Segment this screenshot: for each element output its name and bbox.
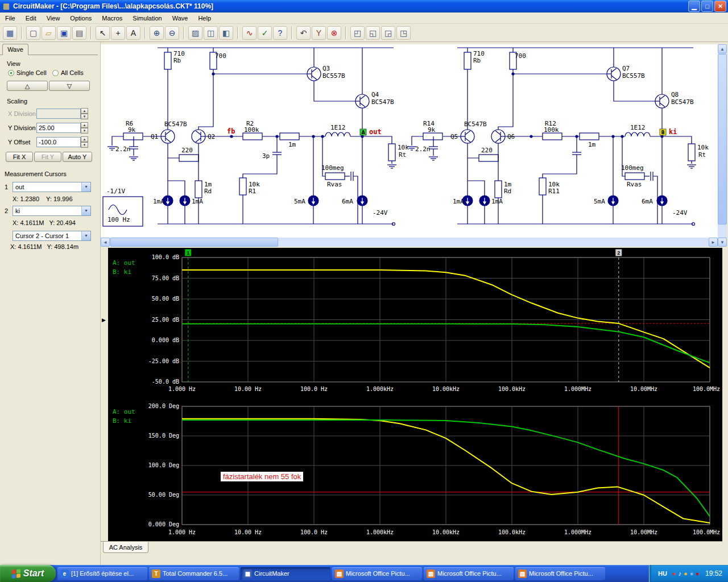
menu-view[interactable]: View xyxy=(42,13,65,23)
radio-all-cells[interactable]: All Cells xyxy=(52,69,84,76)
cell-up-button[interactable]: △ xyxy=(7,81,48,91)
red-alert-icon[interactable]: ● xyxy=(696,569,700,577)
scroll-left-icon[interactable]: ◄ xyxy=(101,238,110,247)
close-button[interactable]: × xyxy=(714,1,726,12)
svg-text:Q8: Q8 xyxy=(671,91,679,98)
menu-file[interactable]: File xyxy=(0,13,20,23)
scope-c-button[interactable]: ◲ xyxy=(381,26,395,40)
blue-app-icon[interactable]: ● xyxy=(690,569,694,577)
save-button[interactable]: ▣ xyxy=(57,26,71,40)
hscroll-thumb[interactable] xyxy=(110,238,278,247)
open-folder-button[interactable]: ▱ xyxy=(42,26,56,40)
menu-wave[interactable]: Wave xyxy=(167,13,193,23)
undo-button[interactable]: ↶ xyxy=(296,26,311,40)
taskbar-task[interactable]: ▧Microsoft Office Pictu... xyxy=(424,567,514,580)
svg-text:100.0kHz: 100.0kHz xyxy=(498,529,526,535)
language-indicator[interactable]: HU xyxy=(656,570,669,577)
task-label: Microsoft Office Pictu... xyxy=(437,570,502,577)
task-label: [1] Erősítő építése el... xyxy=(71,570,134,577)
svg-text:BC547B: BC547B xyxy=(371,98,394,106)
y-division-input[interactable] xyxy=(36,123,81,133)
chevron-down-icon[interactable]: ▼ xyxy=(81,206,90,215)
check-button[interactable]: ✓ xyxy=(258,26,272,40)
chevron-down-icon[interactable]: ▼ xyxy=(81,231,90,240)
y-offset-spinner[interactable]: ▲▼ xyxy=(81,136,88,147)
menu-macros[interactable]: Macros xyxy=(97,13,127,23)
menu-edit[interactable]: Edit xyxy=(20,13,42,23)
scroll-right-icon[interactable]: ► xyxy=(709,238,718,247)
help-button[interactable]: ? xyxy=(273,26,287,40)
chevron-down-icon[interactable]: ▼ xyxy=(81,182,90,192)
radio-single-cell[interactable]: Single Cell xyxy=(8,69,47,76)
schematic-canvas[interactable]: AB 710Rb700Q3BC557BQ4BC547BR69kBC547BQ1Q… xyxy=(101,44,718,238)
taskbar-task[interactable]: ▦CircuitMaker xyxy=(241,567,330,580)
schematic-vscrollbar[interactable]: ▲ ▼ xyxy=(718,44,727,247)
copy-button[interactable]: ◫ xyxy=(204,26,218,40)
volume-icon[interactable]: ♪ xyxy=(679,569,682,577)
cell-down-button[interactable]: ▽ xyxy=(49,81,90,91)
wave-probe-button[interactable]: ∿ xyxy=(242,26,257,40)
auto-y-button[interactable]: Auto Y xyxy=(63,152,92,162)
probe-y-button[interactable]: Y xyxy=(312,26,326,40)
cursor1-signal-select[interactable]: out ▼ xyxy=(13,182,91,192)
svg-text:Rt: Rt xyxy=(698,151,706,159)
add-part-icon: + xyxy=(115,29,120,37)
mirror-button[interactable]: ◧ xyxy=(219,26,233,40)
zoom-tool-button[interactable]: ⊖ xyxy=(165,26,179,40)
taskbar-task[interactable]: e[1] Erősítő építése el... xyxy=(57,567,147,580)
minimize-button[interactable]: ▁ xyxy=(688,1,700,12)
restore-button[interactable]: □ xyxy=(701,1,713,12)
start-button[interactable]: Start xyxy=(0,565,56,582)
waveform-plot-area[interactable]: 121.000 Hz10.00 Hz100.0 Hz1.000kHz10.00k… xyxy=(108,248,722,541)
scroll-down-icon[interactable]: ▼ xyxy=(718,238,727,247)
add-part-button[interactable]: + xyxy=(111,26,125,40)
print-button[interactable]: ▤ xyxy=(72,26,86,40)
taskbar-task[interactable]: ▧Microsoft Office Pictu... xyxy=(332,567,422,580)
vscroll-thumb[interactable] xyxy=(718,54,727,225)
y-offset-input[interactable] xyxy=(36,137,81,147)
new-file-button[interactable]: ▢ xyxy=(26,26,40,40)
cursor2-signal-select[interactable]: ki ▼ xyxy=(13,206,91,216)
svg-text:Q7: Q7 xyxy=(622,65,630,72)
chip-button[interactable]: ▦ xyxy=(3,26,17,40)
menu-options[interactable]: Options xyxy=(65,13,97,23)
x-division-spinner[interactable]: ▲▼ xyxy=(81,108,88,118)
mirror-icon: ◧ xyxy=(222,29,230,37)
text-tool-icon: A xyxy=(131,29,136,37)
stop-button[interactable]: ⊗ xyxy=(327,26,341,40)
select-arrow-button[interactable]: ↖ xyxy=(96,26,110,40)
find-button[interactable]: ▨ xyxy=(188,26,202,40)
waveform-splitter[interactable]: ▶ xyxy=(101,248,108,541)
scope-b-button[interactable]: ◱ xyxy=(366,26,380,40)
scroll-up-icon[interactable]: ▲ xyxy=(718,44,727,53)
cursor-delta-select[interactable]: Cursor 2 - Cursor 1 ▼ xyxy=(13,231,91,241)
copy-icon: ◫ xyxy=(207,29,214,37)
zoom-tool-icon: ⊖ xyxy=(169,29,176,37)
schematic-hscrollbar[interactable]: ◄ ► xyxy=(101,238,718,247)
fit-x-button[interactable]: Fit X xyxy=(6,152,33,162)
menu-simulation[interactable]: Simulation xyxy=(127,13,167,23)
task-label: CircuitMaker xyxy=(254,570,289,577)
text-tool-button[interactable]: A xyxy=(126,26,140,40)
red-app-icon[interactable]: ● xyxy=(672,569,676,577)
svg-text:Rt: Rt xyxy=(399,151,406,159)
yellow-app-icon[interactable]: ● xyxy=(684,569,688,577)
zoom-in-button[interactable]: ⊕ xyxy=(150,26,164,40)
fit-y-button[interactable]: Fit Y xyxy=(34,152,61,162)
chip-icon: ▦ xyxy=(6,29,14,37)
x-division-input[interactable] xyxy=(36,109,81,119)
menu-help[interactable]: Help xyxy=(193,13,216,23)
scope-a-button[interactable]: ◰ xyxy=(350,26,365,40)
tab-ac-analysis[interactable]: AC Analysis xyxy=(103,542,148,553)
svg-text:220: 220 xyxy=(481,147,493,154)
taskbar-task[interactable]: ▧Microsoft Office Pictu... xyxy=(515,567,605,580)
scope-d-button[interactable]: ◳ xyxy=(396,26,411,40)
taskbar-task[interactable]: TTotal Commander 6.5... xyxy=(149,567,239,580)
y-division-spinner[interactable]: ▲▼ xyxy=(81,122,88,132)
svg-text:6mA: 6mA xyxy=(342,198,353,205)
svg-text:2: 2 xyxy=(617,250,620,256)
tab-wave[interactable]: Wave xyxy=(2,44,28,55)
find-icon: ▨ xyxy=(192,29,199,37)
svg-text:100.0MHz: 100.0MHz xyxy=(693,386,720,392)
stop-icon: ⊗ xyxy=(331,29,338,37)
